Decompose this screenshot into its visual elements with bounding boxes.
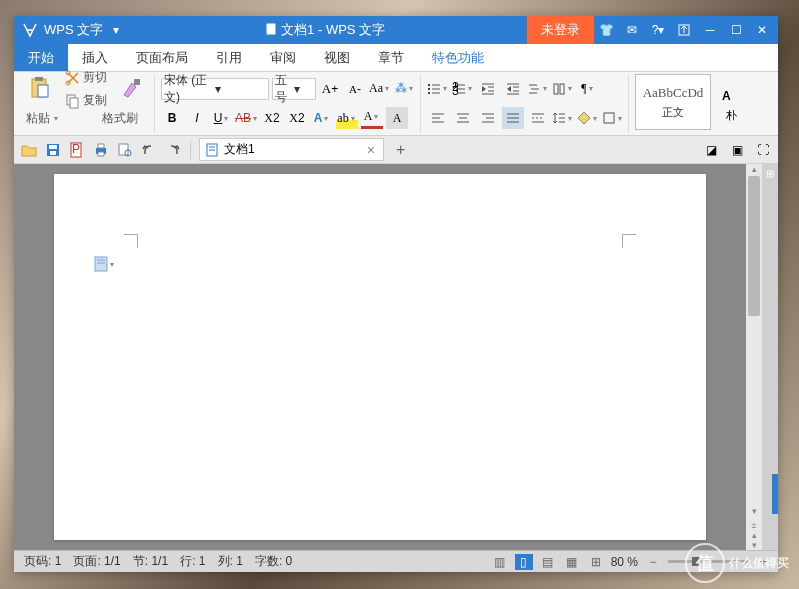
- margin-corner-tl: [124, 234, 138, 248]
- login-badge[interactable]: 未登录: [527, 16, 594, 44]
- paste-button[interactable]: [22, 75, 58, 103]
- cut-button[interactable]: 剪切: [61, 67, 111, 88]
- format-painter-button[interactable]: [114, 75, 150, 103]
- font-color-button[interactable]: A▾: [361, 107, 383, 129]
- page-header-icon[interactable]: ▾: [94, 256, 116, 272]
- shading-button[interactable]: ▾: [577, 107, 599, 129]
- status-section[interactable]: 节: 1/1: [129, 553, 172, 570]
- tab-button[interactable]: ▾: [527, 78, 549, 100]
- font-name-select[interactable]: 宋体 (正文)▾: [161, 78, 269, 100]
- menu-chapter[interactable]: 章节: [364, 44, 418, 71]
- ribbon-styles: AaBbCcDd 正文 A 朴: [631, 74, 753, 133]
- side-tool-icon[interactable]: ⊞: [766, 168, 774, 179]
- status-page-num[interactable]: 页码: 1: [20, 553, 65, 570]
- align-left-button[interactable]: [427, 107, 449, 129]
- increase-indent-button[interactable]: [502, 78, 524, 100]
- view-fullwidth-button[interactable]: ⊞: [587, 554, 605, 570]
- quick-access-toolbar: P 文档1 × + ◪ ▣ ⛶: [14, 136, 778, 164]
- strikethrough-button[interactable]: AB▾: [236, 107, 258, 129]
- qat-right: ◪ ▣ ⛶: [702, 141, 772, 159]
- line-spacing-button[interactable]: ▾: [552, 107, 574, 129]
- zoom-in-button[interactable]: +: [754, 554, 772, 570]
- asian-layout-button[interactable]: ▾: [552, 78, 574, 100]
- zoom-slider[interactable]: [668, 560, 748, 563]
- menu-review[interactable]: 审阅: [256, 44, 310, 71]
- print-button[interactable]: [92, 141, 110, 159]
- zoom-handle[interactable]: [692, 557, 700, 566]
- decrease-indent-button[interactable]: [477, 78, 499, 100]
- view-page-button[interactable]: ▯: [515, 554, 533, 570]
- superscript-button[interactable]: X2: [261, 107, 283, 129]
- svg-rect-53: [604, 113, 614, 123]
- status-line[interactable]: 行: 1: [176, 553, 209, 570]
- status-page[interactable]: 页面: 1/1: [69, 553, 124, 570]
- select-tool-icon[interactable]: ▣: [728, 141, 746, 159]
- number-list-button[interactable]: 123▾: [452, 78, 474, 100]
- titlebar-center: 文档1 - WPS 文字: [123, 21, 527, 39]
- view-outline-button[interactable]: ▥: [491, 554, 509, 570]
- status-col[interactable]: 列: 1: [214, 553, 247, 570]
- nav-pane-icon[interactable]: ◪: [702, 141, 720, 159]
- bullet-list-button[interactable]: ▾: [427, 78, 449, 100]
- document-tab[interactable]: 文档1 ×: [199, 138, 384, 161]
- doc-icon: [265, 22, 277, 39]
- side-handle[interactable]: [772, 474, 778, 514]
- shrink-font-button[interactable]: A-: [344, 78, 366, 100]
- open-button[interactable]: [20, 141, 38, 159]
- align-justify-button[interactable]: [502, 107, 524, 129]
- view-web-button[interactable]: ▤: [539, 554, 557, 570]
- show-marks-button[interactable]: ¶▾: [577, 78, 599, 100]
- redo-button[interactable]: [164, 141, 182, 159]
- menu-start[interactable]: 开始: [14, 44, 68, 71]
- help-icon[interactable]: ?▾: [646, 18, 670, 42]
- font-size-select[interactable]: 五号▾: [272, 78, 316, 100]
- style-normal[interactable]: AaBbCcDd 正文: [635, 74, 711, 130]
- border-button[interactable]: ▾: [602, 107, 624, 129]
- tab-close-button[interactable]: ×: [367, 142, 375, 158]
- view-read-button[interactable]: ▦: [563, 554, 581, 570]
- status-words[interactable]: 字数: 0: [251, 553, 296, 570]
- grow-font-button[interactable]: A+: [319, 78, 341, 100]
- close-button[interactable]: ✕: [750, 18, 774, 42]
- zoom-level[interactable]: 80 %: [611, 555, 638, 569]
- paste-label[interactable]: 粘贴▾: [22, 108, 64, 129]
- new-style-button[interactable]: A 朴: [713, 80, 749, 125]
- document-title: 文档1 - WPS 文字: [281, 21, 385, 39]
- undo-button[interactable]: [140, 141, 158, 159]
- feedback-icon[interactable]: ✉: [620, 18, 644, 42]
- align-center-button[interactable]: [452, 107, 474, 129]
- svg-point-12: [428, 88, 430, 90]
- zoom-out-button[interactable]: −: [644, 554, 662, 570]
- export-pdf-button[interactable]: P: [68, 141, 86, 159]
- print-preview-button[interactable]: [116, 141, 134, 159]
- svg-rect-63: [119, 144, 128, 155]
- align-distribute-button[interactable]: [527, 107, 549, 129]
- format-painter-label[interactable]: 格式刷: [98, 108, 142, 129]
- clear-format-button[interactable]: ⁂▾: [394, 78, 416, 100]
- align-right-button[interactable]: [477, 107, 499, 129]
- maximize-button[interactable]: ☐: [724, 18, 748, 42]
- share-icon[interactable]: [672, 18, 696, 42]
- document-page[interactable]: ▾: [54, 174, 706, 540]
- menu-view[interactable]: 视图: [310, 44, 364, 71]
- app-menu-dropdown[interactable]: ▾: [109, 21, 123, 39]
- change-case-button[interactable]: Aa▾: [369, 78, 391, 100]
- skin-icon[interactable]: 👕: [594, 18, 618, 42]
- menu-layout[interactable]: 页面布局: [122, 44, 202, 71]
- vertical-scrollbar[interactable]: ▴ ▾ ± ▴ ▾: [746, 164, 762, 550]
- bold-button[interactable]: B: [161, 107, 183, 129]
- underline-button[interactable]: U▾: [211, 107, 233, 129]
- text-effect-button[interactable]: A▾: [311, 107, 333, 129]
- menu-reference[interactable]: 引用: [202, 44, 256, 71]
- fullscreen-icon[interactable]: ⛶: [754, 141, 772, 159]
- italic-button[interactable]: I: [186, 107, 208, 129]
- page-area[interactable]: ▾: [14, 164, 746, 550]
- minimize-button[interactable]: ─: [698, 18, 722, 42]
- scrollbar-thumb[interactable]: [748, 176, 760, 316]
- menu-special[interactable]: 特色功能: [418, 44, 498, 71]
- tab-add-button[interactable]: +: [390, 141, 411, 159]
- highlight-button[interactable]: ab▾: [336, 107, 358, 129]
- save-button[interactable]: [44, 141, 62, 159]
- subscript-button[interactable]: X2: [286, 107, 308, 129]
- char-shading-button[interactable]: A: [386, 107, 408, 129]
